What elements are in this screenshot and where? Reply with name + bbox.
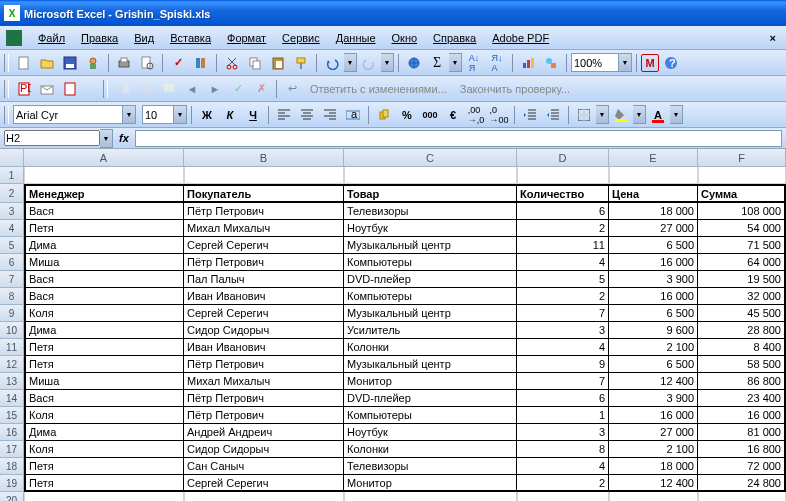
cell[interactable]: 32 000: [698, 288, 786, 305]
borders-dropdown[interactable]: ▼: [596, 105, 609, 124]
row-header-10[interactable]: 10: [0, 322, 24, 339]
cell[interactable]: Миша: [24, 254, 184, 271]
cell[interactable]: [24, 167, 184, 184]
cell[interactable]: Пал Палыч: [184, 271, 344, 288]
cell[interactable]: Андрей Андреич: [184, 424, 344, 441]
bold-button[interactable]: Ж: [196, 104, 218, 126]
menu-file[interactable]: Файл: [30, 30, 73, 46]
cell[interactable]: DVD-плейер: [344, 390, 517, 407]
font-color-dropdown[interactable]: ▼: [670, 105, 683, 124]
cell[interactable]: Ноутбук: [344, 220, 517, 237]
column-header-A[interactable]: A: [24, 149, 184, 167]
sort-desc-icon[interactable]: Я↓А: [486, 52, 508, 74]
cell[interactable]: Вася: [24, 390, 184, 407]
undo-icon[interactable]: [321, 52, 343, 74]
undo-dropdown[interactable]: ▼: [344, 53, 357, 72]
font-color-icon[interactable]: A: [647, 104, 669, 126]
pdf-review-icon[interactable]: [59, 78, 81, 100]
currency-icon[interactable]: [373, 104, 395, 126]
cell[interactable]: 23 400: [698, 390, 786, 407]
autosum-dropdown[interactable]: ▼: [449, 53, 462, 72]
cell[interactable]: 16 000: [609, 407, 698, 424]
row-header-12[interactable]: 12: [0, 356, 24, 373]
menu-help[interactable]: Справка: [425, 30, 484, 46]
cell[interactable]: Коля: [24, 407, 184, 424]
cell[interactable]: Пётр Петрович: [184, 390, 344, 407]
cell[interactable]: [184, 492, 344, 501]
cell[interactable]: Коля: [24, 305, 184, 322]
cell[interactable]: 11: [517, 237, 609, 254]
save-icon[interactable]: [59, 52, 81, 74]
menu-window[interactable]: Окно: [384, 30, 426, 46]
macro-m-icon[interactable]: M: [641, 54, 659, 72]
cell[interactable]: Менеджер: [24, 184, 184, 203]
cell[interactable]: [344, 167, 517, 184]
cell[interactable]: Петя: [24, 458, 184, 475]
borders-icon[interactable]: [573, 104, 595, 126]
cell[interactable]: Пётр Петрович: [184, 407, 344, 424]
cell[interactable]: [184, 167, 344, 184]
cell[interactable]: Иван Иванович: [184, 339, 344, 356]
cell[interactable]: Дима: [24, 424, 184, 441]
fill-color-icon[interactable]: [610, 104, 632, 126]
row-header-18[interactable]: 18: [0, 458, 24, 475]
cell[interactable]: 28 800: [698, 322, 786, 339]
redo-dropdown[interactable]: ▼: [381, 53, 394, 72]
toolbar-handle[interactable]: [4, 106, 9, 124]
cell[interactable]: Дима: [24, 237, 184, 254]
cell[interactable]: [24, 492, 184, 501]
cell[interactable]: Пётр Петрович: [184, 356, 344, 373]
underline-button[interactable]: Ч: [242, 104, 264, 126]
cell[interactable]: 64 000: [698, 254, 786, 271]
cell[interactable]: 16 000: [698, 407, 786, 424]
cell[interactable]: 6: [517, 203, 609, 220]
font-size-dropdown[interactable]: ▼: [174, 105, 187, 124]
cell[interactable]: Усилитель: [344, 322, 517, 339]
cell[interactable]: 4: [517, 458, 609, 475]
cell[interactable]: 71 500: [698, 237, 786, 254]
cell[interactable]: Музыкальный центр: [344, 305, 517, 322]
cell[interactable]: Петя: [24, 220, 184, 237]
research-icon[interactable]: [190, 52, 212, 74]
fx-button[interactable]: fx: [115, 132, 133, 144]
drawing-toolbar-icon[interactable]: [540, 52, 562, 74]
decrease-decimal-icon[interactable]: ,0→00: [488, 104, 510, 126]
cell[interactable]: Вася: [24, 288, 184, 305]
cell[interactable]: 2: [517, 220, 609, 237]
cell[interactable]: 16 000: [609, 254, 698, 271]
cell[interactable]: 9 600: [609, 322, 698, 339]
cell[interactable]: 3 900: [609, 390, 698, 407]
print-icon[interactable]: [113, 52, 135, 74]
name-box[interactable]: [4, 130, 100, 146]
cell[interactable]: Ноутбук: [344, 424, 517, 441]
cell[interactable]: Сергей Серегич: [184, 237, 344, 254]
align-center-icon[interactable]: [296, 104, 318, 126]
workbook-icon[interactable]: [6, 30, 22, 46]
menu-data[interactable]: Данные: [328, 30, 384, 46]
help-icon[interactable]: ?: [660, 52, 682, 74]
cell[interactable]: Цена: [609, 184, 698, 203]
open-icon[interactable]: [36, 52, 58, 74]
cell[interactable]: DVD-плейер: [344, 271, 517, 288]
cell[interactable]: 12 400: [609, 373, 698, 390]
cell[interactable]: [344, 492, 517, 501]
cell[interactable]: [609, 492, 698, 501]
font-name-dropdown[interactable]: ▼: [123, 105, 136, 124]
cell[interactable]: Товар: [344, 184, 517, 203]
cell[interactable]: 86 800: [698, 373, 786, 390]
cell[interactable]: Количество: [517, 184, 609, 203]
cell[interactable]: 3: [517, 322, 609, 339]
cell[interactable]: Пётр Петрович: [184, 203, 344, 220]
cell[interactable]: Миша: [24, 373, 184, 390]
row-header-19[interactable]: 19: [0, 475, 24, 492]
permissions-icon[interactable]: [82, 52, 104, 74]
cell[interactable]: Монитор: [344, 475, 517, 492]
cell[interactable]: [609, 167, 698, 184]
spelling-icon[interactable]: ✓: [167, 52, 189, 74]
cell[interactable]: Сумма: [698, 184, 786, 203]
font-size-combo[interactable]: [142, 105, 174, 124]
cell[interactable]: 1: [517, 407, 609, 424]
cell[interactable]: 6: [517, 390, 609, 407]
align-left-icon[interactable]: [273, 104, 295, 126]
cell[interactable]: 16 000: [609, 288, 698, 305]
